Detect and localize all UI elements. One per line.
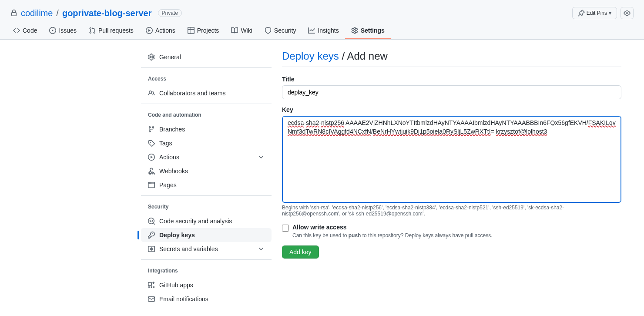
sidebar-label-csa: Code security and analysis	[159, 218, 265, 225]
people-icon	[148, 90, 155, 97]
settings-layout: General Access Collaborators and teams C…	[131, 40, 644, 316]
tag-icon	[148, 140, 155, 147]
tab-security[interactable]: Security	[258, 23, 302, 39]
chevron-down-icon	[258, 154, 265, 161]
repo-tabs: Code Issues Pull requests Actions Projec…	[0, 23, 644, 39]
sidebar-label-deploy: Deploy keys	[159, 232, 265, 239]
page-header: codilime / goprivate-blog-server Private…	[0, 0, 644, 40]
chevron-down-icon	[258, 245, 265, 252]
breadcrumb-separator: /	[342, 50, 347, 62]
add-key-button[interactable]: Add key	[282, 245, 319, 259]
sidebar-label-actions: Actions	[159, 154, 253, 161]
sidebar-item-branches[interactable]: Branches	[141, 122, 272, 136]
sidebar-item-actions[interactable]: Actions	[141, 150, 272, 164]
tab-actions[interactable]: Actions	[140, 23, 181, 39]
subhead: Deploy keys / Add new	[282, 50, 621, 67]
sidebar-label-pages: Pages	[159, 182, 265, 188]
write-access-row: Allow write access Can this key be used …	[282, 224, 621, 239]
sidebar-label-tags: Tags	[159, 140, 265, 147]
mail-icon	[148, 296, 155, 303]
edit-pins-button[interactable]: Edit Pins ▾	[572, 7, 617, 19]
key-label: Key	[282, 106, 621, 113]
key-textarea[interactable]: ecdsa-sha2-nistp256 AAAAE2VjZHNhLXNoYTIt…	[282, 116, 621, 203]
sidebar-item-webhooks[interactable]: Webhooks	[141, 164, 272, 178]
book-icon	[231, 27, 238, 34]
edit-pins-label: Edit Pins	[587, 10, 607, 16]
gear-icon	[148, 54, 155, 61]
code-icon	[13, 27, 20, 34]
play-icon	[148, 154, 155, 161]
branch-icon	[148, 126, 155, 133]
write-access-note: Can this key be used to push to this rep…	[292, 232, 493, 239]
repo-owner-link[interactable]: codilime	[21, 8, 53, 18]
main-content: Deploy keys / Add new Title Key ecdsa-sh…	[282, 50, 621, 313]
sidebar-item-collab[interactable]: Collaborators and teams	[141, 86, 272, 100]
sidebar-item-apps[interactable]: GitHub apps	[141, 278, 272, 292]
sidebar-item-tags[interactable]: Tags	[141, 136, 272, 150]
play-icon	[146, 27, 153, 34]
apps-icon	[148, 282, 155, 289]
sidebar-label-secrets: Secrets and variables	[159, 245, 253, 252]
gear-icon	[351, 27, 358, 34]
repo-title: codilime / goprivate-blog-server Private	[10, 8, 182, 18]
sidebar-item-deploy-keys[interactable]: Deploy keys	[141, 228, 272, 242]
table-icon	[188, 27, 195, 34]
tab-pulls[interactable]: Pull requests	[83, 23, 140, 39]
settings-sidebar: General Access Collaborators and teams C…	[141, 50, 272, 313]
shield-icon	[265, 27, 272, 34]
title-input[interactable]	[282, 85, 621, 99]
lock-icon	[10, 10, 17, 17]
sidebar-label-email: Email notifications	[159, 296, 265, 303]
tab-code[interactable]: Code	[7, 23, 43, 39]
key-hint: Begins with 'ssh-rsa', 'ecdsa-sha2-nistp…	[282, 205, 621, 217]
deploy-keys-breadcrumb-link[interactable]: Deploy keys	[282, 50, 339, 62]
sidebar-heading-integrations: Integrations	[141, 263, 272, 278]
asterisk-icon	[148, 245, 155, 252]
sidebar-heading-security: Security	[141, 199, 272, 214]
sidebar-item-email[interactable]: Email notifications	[141, 292, 272, 306]
sidebar-heading-access: Access	[141, 71, 272, 86]
webhook-icon	[148, 168, 155, 175]
write-access-label: Allow write access	[292, 224, 347, 231]
sidebar-label-apps: GitHub apps	[159, 282, 265, 289]
header-actions: Edit Pins ▾	[572, 7, 634, 19]
repo-name-link[interactable]: goprivate-blog-server	[62, 8, 152, 18]
breadcrumb-current: Add new	[347, 50, 387, 62]
caret-down-icon: ▾	[609, 10, 611, 16]
browser-icon	[148, 182, 155, 188]
sidebar-item-general[interactable]: General	[141, 50, 272, 64]
pull-request-icon	[89, 27, 96, 34]
sidebar-item-csa[interactable]: Code security and analysis	[141, 214, 272, 228]
sidebar-item-pages[interactable]: Pages	[141, 178, 272, 192]
tab-settings[interactable]: Settings	[345, 23, 391, 39]
key-icon	[148, 232, 155, 239]
page-title: Deploy keys / Add new	[282, 50, 621, 62]
sidebar-label-webhooks: Webhooks	[159, 168, 265, 175]
sidebar-item-secrets[interactable]: Secrets and variables	[141, 242, 272, 256]
write-access-body: Allow write access Can this key be used …	[292, 224, 493, 239]
sidebar-label-branches: Branches	[159, 126, 265, 133]
tab-insights[interactable]: Insights	[302, 23, 345, 39]
slash: /	[56, 8, 59, 18]
tab-wiki[interactable]: Wiki	[225, 23, 258, 39]
pin-icon	[578, 10, 585, 17]
deploy-key-form: Title Key ecdsa-sha2-nistp256 AAAAE2VjZH…	[282, 76, 621, 259]
tab-issues[interactable]: Issues	[43, 23, 82, 39]
issue-icon	[49, 27, 56, 34]
graph-icon	[308, 27, 315, 34]
sidebar-label-general: General	[159, 54, 265, 61]
tab-projects[interactable]: Projects	[181, 23, 225, 39]
write-access-checkbox[interactable]	[282, 225, 289, 232]
repo-heading: codilime / goprivate-blog-server Private…	[0, 0, 644, 23]
codescan-icon	[148, 218, 155, 225]
sidebar-heading-code: Code and automation	[141, 108, 272, 122]
watch-button[interactable]	[621, 7, 634, 19]
title-label: Title	[282, 76, 621, 83]
sidebar-label-collab: Collaborators and teams	[159, 90, 265, 97]
visibility-badge: Private	[158, 9, 182, 17]
eye-icon	[624, 10, 631, 17]
